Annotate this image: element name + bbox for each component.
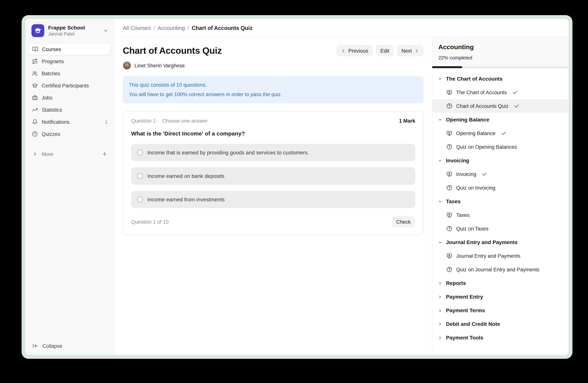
monitor-play-icon xyxy=(446,130,452,136)
outline-lesson-taxes[interactable]: Taxes xyxy=(432,208,569,222)
outline-chapter-payment-tools[interactable]: Payment Tools xyxy=(432,331,569,345)
content-row: Chart of Accounts Quiz Previous Edit xyxy=(114,37,569,355)
option-label: Income earned from investments xyxy=(147,196,225,202)
frappe-school-logo xyxy=(31,24,44,37)
chapter-title: Taxes xyxy=(446,198,461,204)
lesson-title: Quiz on Invoicing xyxy=(456,185,495,191)
chevron-down-icon[interactable] xyxy=(103,28,109,34)
check-icon xyxy=(512,90,518,95)
help-circle-icon xyxy=(446,226,452,232)
chevron-right-xs-icon xyxy=(438,281,442,286)
outline-chapter-the-chart-of-accounts[interactable]: The Chart of Accounts xyxy=(432,72,569,86)
help-circle-icon xyxy=(32,131,38,137)
course-title: Accounting xyxy=(432,43,569,51)
workspace-switcher[interactable]: Frappe School Jannat Patel xyxy=(25,19,114,41)
breadcrumb-separator: / xyxy=(188,25,189,31)
sidebar-item-label: Certified Participants xyxy=(42,83,89,88)
lesson-title: Quiz on Taxes xyxy=(456,226,488,231)
breadcrumb-item-all-courses[interactable]: All Courses xyxy=(123,25,151,31)
outline-lesson-chart-of-accounts-quiz[interactable]: Chart of Accounts Quiz xyxy=(432,99,569,113)
outline-chapter-invoicing[interactable]: Invoicing xyxy=(432,154,569,167)
chevron-down-sm-icon xyxy=(438,240,442,245)
quiz-option-1[interactable]: Income that is earned by providing goods… xyxy=(131,144,415,161)
page-title: Chart of Accounts Quiz xyxy=(123,45,222,56)
notification-count-badge: 1 xyxy=(105,119,108,125)
collapse-icon xyxy=(32,343,38,349)
lesson-title: The Chart of Accounts xyxy=(456,90,507,95)
chevron-right-icon xyxy=(414,48,419,53)
outline-chapter-journal-entry-and-payments[interactable]: Journal Entry and Payments xyxy=(432,235,569,249)
author-avatar xyxy=(123,61,131,70)
chapter-title: Payment Terms xyxy=(446,307,485,313)
outline-lesson-quiz-on-taxes[interactable]: Quiz on Taxes xyxy=(432,222,569,235)
lesson-title: Quiz on Opening Balances xyxy=(456,144,517,150)
outline-chapter-reports[interactable]: Reports xyxy=(432,276,569,290)
chevron-down-sm-icon xyxy=(438,76,442,81)
previous-button[interactable]: Previous xyxy=(337,45,373,57)
outline-lesson-journal-entry-and-payments[interactable]: Journal Entry and Payments xyxy=(432,249,569,263)
chapter-title: Debit and Credit Note xyxy=(446,321,500,327)
chevron-right-xs-icon xyxy=(438,322,442,326)
sidebar-item-quizzes[interactable]: Quizzes xyxy=(28,128,111,140)
left-sidebar: Frappe School Jannat Patel CoursesProgra… xyxy=(25,19,114,355)
radio-button-icon[interactable] xyxy=(137,173,143,179)
collapse-sidebar-button[interactable]: Collapse xyxy=(25,338,114,355)
edit-button[interactable]: Edit xyxy=(376,45,394,57)
lesson-title: Chart of Accounts Quiz xyxy=(456,103,508,109)
notice-line-1: This quiz consists of 10 questions. xyxy=(129,80,418,90)
radio-button-icon[interactable] xyxy=(137,150,143,155)
outline-lesson-quiz-on-journal-entry-and-payments[interactable]: Quiz on Journal Entry and Payments xyxy=(432,263,569,276)
bell-icon xyxy=(32,119,38,125)
outline-chapter-payment-entry[interactable]: Payment Entry xyxy=(432,290,569,304)
sidebar-item-jobs[interactable]: Jobs xyxy=(28,92,111,104)
outline-lesson-quiz-on-opening-balances[interactable]: Quiz on Opening Balances xyxy=(432,140,569,154)
check-button[interactable]: Check xyxy=(392,216,415,228)
sidebar-item-certified-participants[interactable]: Certified Participants xyxy=(28,79,111,92)
outline-lesson-quiz-on-invoicing[interactable]: Quiz on Invoicing xyxy=(432,181,569,194)
sidebar-nav-more: More xyxy=(25,140,114,160)
help-circle-icon xyxy=(446,185,452,191)
progress-text: 22% completed xyxy=(432,55,569,60)
sidebar-item-label: Courses xyxy=(42,46,61,52)
outline-chapter-taxes[interactable]: Taxes xyxy=(432,194,569,208)
check-icon xyxy=(482,171,487,177)
breadcrumb: All Courses/Accounting/Chart of Accounts… xyxy=(114,19,569,37)
sidebar-item-label: Notifications xyxy=(42,119,69,125)
sidebar-item-programs[interactable]: Programs xyxy=(28,55,111,67)
sidebar-item-label: Statistics xyxy=(42,107,62,113)
content-zone: All Courses/Accounting/Chart of Accounts… xyxy=(114,19,569,355)
next-button[interactable]: Next xyxy=(397,45,423,57)
page: Frappe School Jannat Patel CoursesProgra… xyxy=(0,0,588,383)
radio-button-icon[interactable] xyxy=(137,196,143,202)
outline-lesson-the-chart-of-accounts[interactable]: The Chart of Accounts xyxy=(432,86,569,99)
sidebar-item-batches[interactable]: Batches xyxy=(28,67,111,79)
chevron-down-sm-icon xyxy=(438,158,442,163)
quiz-option-2[interactable]: Income earned on bank deposits xyxy=(131,167,415,185)
outline-lesson-opening-balance[interactable]: Opening Balance xyxy=(432,126,569,140)
sidebar-item-notifications[interactable]: Notifications1 xyxy=(28,116,111,128)
notice-line-2: You will have to get 100% correct answer… xyxy=(129,90,418,99)
outline-chapter-payment-terms[interactable]: Payment Terms xyxy=(432,304,569,317)
course-outline-panel: Accounting 22% completed The Chart of Ac… xyxy=(432,37,569,355)
quiz-option-3[interactable]: Income earned from investments xyxy=(131,191,415,208)
option-label: Income that is earned by providing goods… xyxy=(147,150,309,155)
outline-chapter-debit-and-credit-note[interactable]: Debit and Credit Note xyxy=(432,317,569,331)
breadcrumb-item-accounting[interactable]: Accounting xyxy=(158,25,185,31)
chapter-title: Opening Balance xyxy=(446,116,489,123)
plus-icon[interactable] xyxy=(102,151,108,157)
chevron-left-icon xyxy=(341,48,346,53)
question-pagination: Question 1 of 10 xyxy=(131,219,168,225)
sidebar-item-more[interactable]: More xyxy=(28,148,111,160)
page-header: Chart of Accounts Quiz Previous Edit xyxy=(123,45,423,57)
sidebar-item-statistics[interactable]: Statistics xyxy=(28,104,111,116)
chapter-title: The Chart of Accounts xyxy=(446,76,503,82)
lesson-title: Quiz on Journal Entry and Payments xyxy=(456,267,540,272)
more-label: More xyxy=(42,151,53,157)
outline-chapter-opening-balance[interactable]: Opening Balance xyxy=(432,113,569,126)
sidebar-item-label: Batches xyxy=(42,71,60,76)
sidebar-item-courses[interactable]: Courses xyxy=(28,43,111,55)
chapter-title: Reports xyxy=(446,280,466,286)
outline-list: The Chart of AccountsThe Chart of Accoun… xyxy=(432,69,569,355)
outline-lesson-invoicing[interactable]: Invoicing xyxy=(432,167,569,181)
lesson-title: Journal Entry and Payments xyxy=(456,253,520,259)
